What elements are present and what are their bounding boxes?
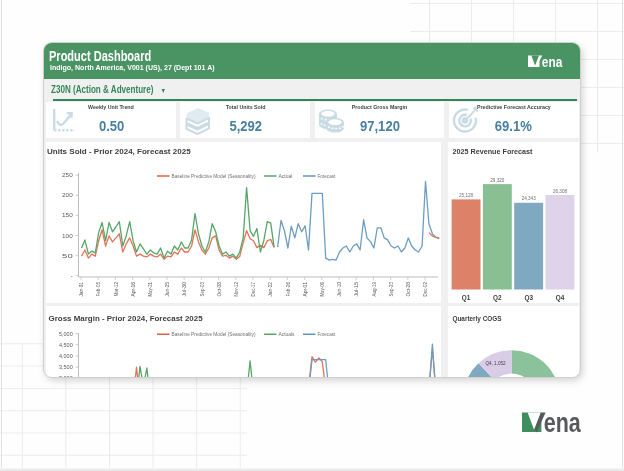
svg-text:Q2: Q2: [493, 294, 502, 302]
svg-text:2025 Revenue Forecast: 2025 Revenue Forecast: [452, 147, 532, 156]
svg-text:Jan-01: Jan-01: [78, 282, 84, 297]
svg-text:Q4: Q4: [555, 294, 564, 302]
svg-text:Q3: Q3: [524, 294, 533, 302]
svg-text:50: 50: [62, 253, 74, 259]
svg-text:Baseline Predictive Model (Sea: Baseline Predictive Model (Seasonality): [172, 331, 256, 337]
svg-text:May-21: May-21: [147, 282, 153, 297]
svg-text:Q1: Q1: [461, 294, 470, 302]
svg-text:Dec-02: Dec-02: [422, 282, 428, 297]
svg-text:Units Sold - Prior 2024, Forec: Units Sold - Prior 2024, Forecast 2025: [47, 147, 191, 156]
svg-text:100: 100: [62, 233, 73, 239]
svg-text:Sep-03: Sep-03: [199, 282, 205, 297]
svg-text:Feb-26: Feb-26: [285, 282, 291, 297]
svg-text:5,000: 5,000: [59, 331, 73, 337]
svg-text:Jun-10: Jun-10: [336, 282, 342, 297]
svg-text:Q4, 1,052: Q4, 1,052: [485, 361, 506, 366]
svg-text:Gross Margin - Prior 2024, For: Gross Margin - Prior 2024, Forecast 2025: [49, 314, 204, 323]
svg-text:Actual: Actual: [279, 173, 293, 179]
svg-text:Oct-08: Oct-08: [216, 282, 222, 297]
svg-text:Forecast: Forecast: [318, 173, 336, 179]
svg-text:Feb-05: Feb-05: [95, 282, 101, 297]
svg-text:Jul-30: Jul-30: [181, 282, 187, 297]
svg-text:250: 250: [62, 172, 73, 178]
svg-text:ena: ena: [543, 412, 581, 434]
svg-text:4,000: 4,000: [59, 353, 73, 359]
svg-text:May-06: May-06: [319, 282, 325, 297]
svg-text:Nov-12: Nov-12: [233, 282, 239, 297]
svg-text:-: -: [71, 273, 73, 279]
svg-text:Forecast: Forecast: [318, 331, 336, 337]
svg-text:26,308: 26,308: [552, 189, 566, 194]
svg-text:150: 150: [62, 212, 73, 218]
svg-text:Sep-23: Sep-23: [388, 282, 394, 297]
svg-text:Jan-22: Jan-22: [267, 282, 273, 297]
svg-text:3,000: 3,000: [59, 376, 73, 378]
svg-text:3,500: 3,500: [59, 364, 73, 370]
svg-text:25,128: 25,128: [459, 193, 473, 198]
svg-text:200: 200: [62, 192, 73, 198]
svg-text:Baseline Predictive Model (Sea: Baseline Predictive Model (Seasonality): [172, 173, 256, 179]
svg-text:Actuals: Actuals: [279, 331, 295, 337]
svg-text:Apr-01: Apr-01: [302, 282, 308, 297]
svg-text:29,320: 29,320: [490, 178, 504, 183]
svg-text:24,343: 24,343: [521, 196, 535, 201]
svg-text:4,500: 4,500: [59, 342, 73, 348]
svg-text:Jul-15: Jul-15: [353, 282, 359, 297]
svg-text:Apr-16: Apr-16: [130, 282, 136, 297]
svg-text:Dec-17: Dec-17: [250, 282, 256, 297]
svg-text:Quarterly COGS: Quarterly COGS: [452, 314, 502, 323]
svg-text:Mar-12: Mar-12: [113, 282, 119, 297]
svg-text:Oct-28: Oct-28: [405, 282, 411, 297]
svg-text:Jun-25: Jun-25: [164, 282, 170, 297]
svg-text:Aug-19: Aug-19: [371, 282, 377, 297]
svg-text:ena: ena: [542, 55, 563, 69]
